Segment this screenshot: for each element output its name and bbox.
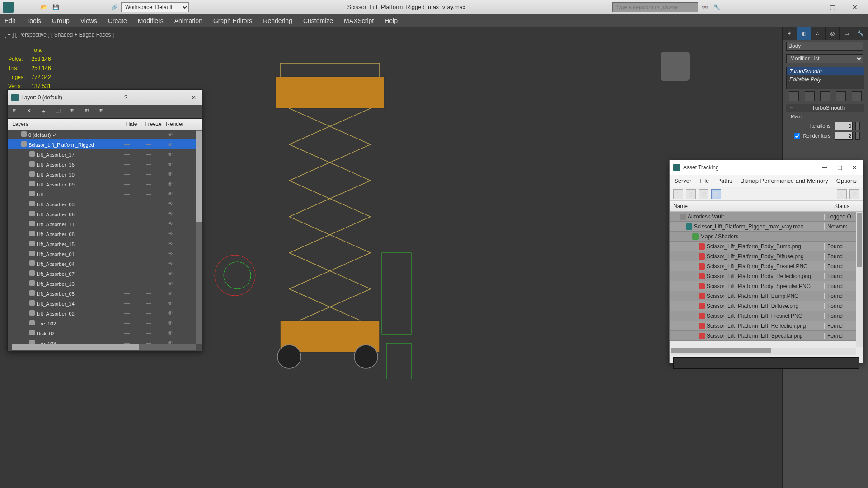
col-render[interactable]: Render	[164, 121, 186, 127]
asset-help-icon[interactable]: ?	[837, 189, 847, 199]
list-view-icon[interactable]: ▥	[711, 189, 721, 199]
layer-row[interactable]: Lift_Absorber_03——👁	[8, 199, 202, 209]
render-toggle[interactable]: 👁	[160, 151, 181, 158]
asset-row[interactable]: Autodesk VaultLogged O	[670, 212, 856, 222]
hide-toggle[interactable]: —	[116, 181, 138, 187]
menu-help[interactable]: Help	[385, 17, 398, 24]
col-layers[interactable]: Layers	[8, 121, 121, 127]
layer-row[interactable]: Disk_02——👁	[8, 328, 202, 338]
asset-menu-paths[interactable]: Paths	[717, 177, 732, 184]
make-unique-icon[interactable]	[820, 91, 830, 101]
menu-graph-editors[interactable]: Graph Editors	[213, 17, 252, 24]
layer-close-icon[interactable]: ✕	[189, 94, 198, 101]
menu-create[interactable]: Create	[108, 17, 127, 24]
menu-edit[interactable]: Edit	[5, 17, 15, 24]
render-toggle[interactable]: 👁	[160, 231, 181, 237]
freeze-toggle[interactable]: —	[138, 131, 160, 138]
freeze-toggle[interactable]: —	[138, 330, 160, 336]
layer-row[interactable]: Lift_Absorber_17——👁	[8, 149, 202, 159]
hide-toggle[interactable]: —	[116, 310, 138, 316]
rollout-header[interactable]: −TurboSmooth	[786, 104, 864, 112]
window-close-icon[interactable]: ✕	[845, 1, 865, 14]
remove-modifier-icon[interactable]	[836, 91, 846, 101]
asset-menu-options[interactable]: Options	[836, 177, 857, 184]
hide-toggle[interactable]: —	[116, 201, 138, 207]
layer-panel-titlebar[interactable]: Layer: 0 (default) ? ✕	[8, 90, 202, 105]
layer-body[interactable]: 0 (default) ✓——👁Scissor_Lift_Platform_Ri…	[8, 130, 202, 344]
asset-col-status[interactable]: Status	[831, 201, 863, 211]
undo-icon[interactable]: ↶	[62, 2, 72, 12]
menu-tools[interactable]: Tools	[26, 17, 41, 24]
render-toggle[interactable]: 👁	[160, 161, 181, 167]
hide-toggle[interactable]: —	[116, 231, 138, 237]
hide-toggle[interactable]: —	[116, 151, 138, 158]
layer-row[interactable]: Lift_Absorber_10——👁	[8, 169, 202, 179]
redo-icon[interactable]: ↷	[86, 2, 96, 12]
render-toggle[interactable]: 👁	[160, 340, 181, 344]
layer-row[interactable]: Lift_Absorber_11——👁	[8, 219, 202, 229]
asset-maximize-icon[interactable]: ▢	[835, 163, 845, 172]
asset-row[interactable]: Scissor_Lift_Platform_Lift_Reflection.pn…	[670, 321, 856, 331]
render-toggle[interactable]: 👁	[160, 290, 181, 297]
hide-toggle[interactable]: —	[116, 300, 138, 307]
hide-toggle[interactable]: —	[116, 320, 138, 326]
hide-toggle[interactable]: —	[116, 211, 138, 217]
freeze-toggle[interactable]: —	[138, 161, 160, 167]
layer-row[interactable]: Tire_002——👁	[8, 318, 202, 328]
window-maximize-icon[interactable]: ▢	[822, 1, 843, 14]
help-dropdown-icon[interactable]: ▾	[759, 2, 769, 12]
key-icon[interactable]: 🔧	[712, 2, 722, 12]
tab-display-icon[interactable]: ▭	[840, 27, 854, 40]
asset-titlebar[interactable]: Asset Tracking — ▢ ✕	[670, 160, 863, 175]
spinner-arrows-icon[interactable]	[855, 132, 860, 140]
asset-menu-file[interactable]: File	[699, 177, 709, 184]
viewport-label[interactable]: [ + ] [ Perspective ] [ Shaded + Edged F…	[5, 32, 114, 38]
layer-vscrollbar[interactable]	[196, 130, 202, 344]
hide-toggle[interactable]: —	[116, 221, 138, 227]
render-toggle[interactable]: 👁	[160, 300, 181, 307]
freeze-toggle[interactable]: —	[138, 300, 160, 307]
hide-toggle[interactable]: —	[116, 290, 138, 297]
render-toggle[interactable]: 👁	[160, 181, 181, 187]
hide-unhide-icon[interactable]: ≋	[84, 107, 94, 116]
hide-toggle[interactable]: —	[116, 251, 138, 257]
tab-create-icon[interactable]: ✶	[783, 27, 797, 40]
asset-row[interactable]: Scissor_Lift_Platform_Lift_Diffuse.pngFo…	[670, 301, 856, 311]
spinner-arrows-icon[interactable]	[855, 122, 860, 130]
menu-group[interactable]: Group	[52, 17, 70, 24]
stack-item[interactable]: TurboSmooth	[787, 67, 864, 75]
render-toggle[interactable]: 👁	[160, 191, 181, 197]
asset-row[interactable]: Scissor_Lift_Platform_Rigged_max_vray.ma…	[670, 222, 856, 232]
render-toggle[interactable]: 👁	[160, 260, 181, 267]
layer-row[interactable]: Lift_Absorber_07——👁	[8, 269, 202, 279]
hide-toggle[interactable]: —	[116, 280, 138, 287]
file-new-icon[interactable]: 🗋	[27, 2, 37, 12]
modifier-stack[interactable]: TurboSmooth Editable Poly	[786, 67, 864, 89]
exchange-icon[interactable]: ✕	[723, 2, 733, 12]
tab-motion-icon[interactable]: ◎	[826, 27, 840, 40]
asset-minimize-icon[interactable]: —	[819, 163, 830, 172]
menu-animation[interactable]: Animation	[174, 17, 202, 24]
asset-row[interactable]: Scissor_Lift_Platform_Lift_Specular.pngF…	[670, 331, 856, 341]
freeze-toggle[interactable]: —	[138, 141, 160, 148]
hide-toggle[interactable]: —	[116, 270, 138, 277]
menu-maxscript[interactable]: MAXScript	[344, 17, 374, 24]
search-icon[interactable]: 👓	[700, 2, 710, 12]
hide-toggle[interactable]: —	[116, 260, 138, 267]
freeze-toggle[interactable]: —	[138, 320, 160, 326]
asset-col-name[interactable]: Name	[670, 201, 831, 211]
asset-row[interactable]: Scissor_Lift_Platform_Lift_Fresnel.PNGFo…	[670, 311, 856, 321]
render-iters-checkbox[interactable]	[794, 133, 800, 139]
layer-row[interactable]: Lift_Absorber_04——👁	[8, 259, 202, 269]
freeze-toggle[interactable]: —	[138, 340, 160, 344]
layer-row[interactable]: Lift_Absorber_06——👁	[8, 209, 202, 219]
link-icon[interactable]: 🔗	[109, 2, 119, 12]
freeze-toggle[interactable]: —	[138, 171, 160, 177]
layer-row[interactable]: Lift_Absorber_01——👁	[8, 249, 202, 259]
layer-row[interactable]: Scissor_Lift_Platform_Rigged——👁	[8, 139, 202, 149]
hide-toggle[interactable]: —	[116, 141, 138, 148]
freeze-toggle[interactable]: —	[138, 181, 160, 187]
layer-row[interactable]: Lift_Absorber_08——👁	[8, 229, 202, 239]
render-toggle[interactable]: 👁	[160, 241, 181, 247]
menu-views[interactable]: Views	[80, 17, 97, 24]
